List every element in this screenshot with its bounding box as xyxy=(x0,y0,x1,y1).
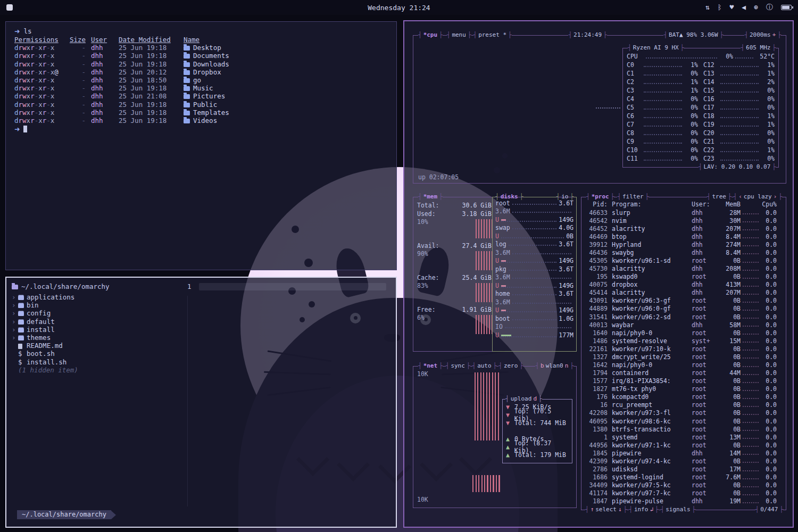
box-border xyxy=(413,197,413,351)
sort-selector[interactable]: ‹cpu lazy› xyxy=(734,194,782,200)
bluetooth-icon[interactable]: ᛒ xyxy=(718,4,722,11)
process-row[interactable]: 1640 napi/phy0-0 root 0B 0.0 xyxy=(585,329,782,337)
list-item[interactable]: install.sh xyxy=(12,358,390,366)
process-row[interactable]: 45414 alacritty dhh 207M 0.0 xyxy=(585,289,782,297)
process-row[interactable]: 45730 alacritty dhh 208M 0.0 xyxy=(585,265,782,273)
process-row[interactable]: 46469 btop dhh 8.4M 0.0 xyxy=(585,232,782,240)
pid-column-header[interactable]: Pid: xyxy=(585,201,612,208)
net-sync-button[interactable]: sync xyxy=(446,363,470,369)
preset-button[interactable]: preset * xyxy=(473,32,512,38)
process-row[interactable]: 1327 dmcrypt_write/25 root 0B 0.0 xyxy=(585,353,782,361)
process-row[interactable]: 1845 pipewire dhh 14M 0.0 xyxy=(585,449,782,457)
program-column-header[interactable]: Program: xyxy=(612,201,692,208)
volume-icon[interactable]: ◀ xyxy=(742,4,746,11)
file-name: Templates xyxy=(184,109,388,117)
list-item[interactable]: boot.sh xyxy=(12,350,390,358)
list-item[interactable]: default xyxy=(12,318,390,326)
process-row[interactable]: 1686 systemd-logind root 7.6M 0.0 xyxy=(585,473,782,481)
core-meter xyxy=(720,63,759,67)
process-memory: 207M xyxy=(714,289,741,296)
process-row[interactable]: 1794 containerd root 44M 0.0 xyxy=(585,369,782,377)
wifi-icon[interactable]: ♥ xyxy=(730,4,734,11)
info-control[interactable]: info↲ xyxy=(629,506,658,513)
ls-header-row: Permissions Size User Date Modified Name xyxy=(14,36,388,44)
user-column-header[interactable]: User: xyxy=(692,201,714,208)
process-row[interactable]: 16 rcu_preempt root 0B 0.0 xyxy=(585,401,782,409)
process-memory: 0B xyxy=(714,273,741,280)
process-memory: 30M xyxy=(714,217,741,225)
list-item[interactable]: (1 hidden item) xyxy=(12,366,390,374)
core-label: C5 xyxy=(627,104,642,111)
process-row[interactable]: 45305 kworker/u96:1-sd root 0B 0.0 xyxy=(585,256,782,264)
core-percent: 1% xyxy=(761,112,775,120)
cpu-column-header[interactable]: Cpu% xyxy=(761,201,777,208)
tailscale-icon[interactable]: ⇅ xyxy=(705,4,710,11)
size: - xyxy=(68,109,86,117)
process-cpu-graph xyxy=(743,307,759,311)
ls-row: drwxr-xr-x - dhh 25 Jun 19:18 Desktop xyxy=(14,44,388,52)
menu-button[interactable]: menu xyxy=(447,32,471,38)
list-item[interactable]: install xyxy=(12,326,390,334)
process-row[interactable]: 1847 pipewire-pulse dhh 19M 0.0 xyxy=(585,497,782,505)
list-item[interactable]: themes xyxy=(12,334,390,342)
list-item[interactable]: applications xyxy=(12,293,390,301)
process-row[interactable]: 44956 kworker/u97:1-kc root 0B 0.0 xyxy=(585,441,782,449)
process-row[interactable]: 1827 mt76-tx phy0 root 0B 0.0 xyxy=(585,385,782,393)
process-user: root xyxy=(692,466,714,473)
process-row[interactable]: 22161 kworker/u97:10-k root 0B 0.0 xyxy=(585,345,782,353)
process-row[interactable]: 40075 dropbox dhh 413M 0.0 xyxy=(585,281,782,289)
process-pid: 16 xyxy=(585,401,612,409)
tree-button[interactable]: tree xyxy=(707,194,732,200)
process-row[interactable]: 40013 waybar dhh 58M 0.0 xyxy=(585,321,782,329)
cpu-total-label: CPU xyxy=(627,53,644,60)
core-meter xyxy=(644,72,682,76)
process-pid: 1577 xyxy=(585,377,612,385)
process-row[interactable]: 46633 slurp dhh 28M 0.0 xyxy=(585,209,782,217)
update-interval-control[interactable]: 2000ms+ xyxy=(744,32,781,38)
upload-panel-title[interactable]: uploadd xyxy=(505,396,542,402)
tab-indicator[interactable]: 1 xyxy=(187,282,192,290)
process-row[interactable]: 1380 btrfs-transactio root 0B 0.0 xyxy=(585,425,782,433)
list-item[interactable]: README.md xyxy=(12,342,390,350)
process-row[interactable]: 195 kswapd0 root 0B 0.0 xyxy=(585,273,782,281)
process-row[interactable]: 44889 kworker/u96:0-gf root 0B 0.0 xyxy=(585,305,782,313)
net-zero-button[interactable]: zero xyxy=(498,363,523,369)
list-item[interactable]: config xyxy=(12,309,390,317)
process-row[interactable]: 46436 swaybg dhh 8.4M 0.0 xyxy=(585,248,782,256)
process-row[interactable]: 1577 irq/81-PIXA3854: root 0B 0.0 xyxy=(585,377,782,385)
signals-control[interactable]: signals xyxy=(661,506,696,513)
list-item[interactable]: bin xyxy=(12,301,390,309)
globe-icon[interactable]: ⊕ xyxy=(754,4,758,11)
battery-icon[interactable] xyxy=(781,5,792,10)
net-auto-button[interactable]: auto xyxy=(472,363,497,369)
process-row[interactable]: 39912 Hyprland dhh 274M 0.0 xyxy=(585,240,782,248)
net-interface-switcher[interactable]: bwlan0n xyxy=(535,363,573,369)
cpu-box-bottom xyxy=(413,180,786,186)
process-pid: 44956 xyxy=(585,442,612,449)
download-arrow-icon: ▼ xyxy=(506,419,512,427)
process-row[interactable]: 46095 kworker/u98:6-kc root 0B 0.0 xyxy=(585,417,782,425)
process-row[interactable]: 2786 udisksd root 17M 0.0 xyxy=(585,466,782,473)
process-row[interactable]: 1486 systemd-resolve syst+ 15M 0.0 xyxy=(585,337,782,345)
filter-button[interactable]: filter xyxy=(617,194,649,200)
process-memory: 15M xyxy=(714,337,741,345)
process-row[interactable]: 31541 kworker/u96:2-sd root 0B 0.0 xyxy=(585,313,782,321)
prompt-line[interactable]: ➜ xyxy=(14,124,388,133)
process-row[interactable]: 34409 kworker/u97:5-kc root 0B 0.0 xyxy=(585,481,782,489)
box-border xyxy=(572,399,572,463)
process-row[interactable]: 176 kcompactd0 root 0B 0.0 xyxy=(585,393,782,401)
process-row[interactable]: 46542 nvim dhh 30M 0.0 xyxy=(585,217,782,225)
select-control[interactable]: ↑select↓ xyxy=(585,506,627,513)
process-row[interactable]: 1642 napi/phy0-0 root 0B 0.0 xyxy=(585,361,782,369)
core-label: C16 xyxy=(703,95,718,103)
process-row[interactable]: 43091 kworker/u96:3-gf root 0B 0.0 xyxy=(585,297,782,305)
process-row[interactable]: 41174 kworker/u97:7-kc root 0B 0.0 xyxy=(585,489,782,497)
memb-column-header[interactable]: MemB xyxy=(714,201,741,208)
process-cpu-percent: 0.0 xyxy=(761,450,777,457)
process-row[interactable]: 42309 kworker/u97:4-kc root 0B 0.0 xyxy=(585,457,782,465)
process-row[interactable]: 42208 kworker/u97:3-fl root 0B 0.0 xyxy=(585,409,782,417)
info-icon[interactable]: ⓘ xyxy=(766,4,773,11)
core-row: C6 0% xyxy=(627,112,698,120)
process-row[interactable]: 46452 alacritty dhh 207M 0.0 xyxy=(585,225,782,232)
process-row[interactable]: 1 systemd root 13M 0.0 xyxy=(585,433,782,441)
